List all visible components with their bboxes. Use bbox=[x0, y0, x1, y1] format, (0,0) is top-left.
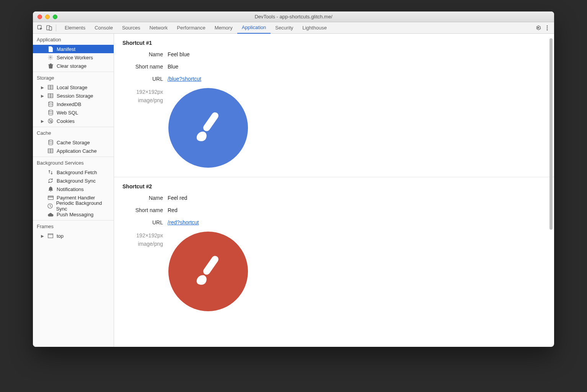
sidebar-item-label: Notifications bbox=[57, 186, 84, 192]
tab-memory[interactable]: Memory bbox=[210, 22, 237, 34]
panel-tabs: Elements Console Sources Network Perform… bbox=[60, 22, 331, 34]
sidebar-item-indexeddb[interactable]: ▶ IndexedDB bbox=[33, 100, 114, 108]
icon-mime: image/png bbox=[122, 241, 163, 247]
tab-elements[interactable]: Elements bbox=[60, 22, 90, 34]
tab-label: Sources bbox=[122, 25, 140, 31]
svg-point-12 bbox=[49, 120, 50, 121]
sync-icon bbox=[47, 178, 54, 184]
zoom-window-button[interactable] bbox=[53, 15, 57, 19]
shortcut-heading: Shortcut #2 bbox=[122, 183, 546, 189]
sidebar-item-notifications[interactable]: ▶ Notifications bbox=[33, 185, 114, 193]
field-label-url: URL bbox=[122, 76, 168, 82]
field-label-short-name: Short name bbox=[122, 64, 168, 70]
field-value-name: Feel blue bbox=[168, 51, 190, 57]
tab-application[interactable]: Application bbox=[237, 22, 271, 34]
svg-point-15 bbox=[51, 122, 52, 122]
sidebar-item-cache-storage[interactable]: ▶ Cache Storage bbox=[33, 138, 114, 147]
sidebar-item-label: IndexedDB bbox=[57, 101, 81, 107]
svg-point-5 bbox=[547, 29, 548, 30]
sidebar-item-top-frame[interactable]: ▶ top bbox=[33, 232, 114, 240]
sidebar-item-manifest[interactable]: ▶ Manifest bbox=[33, 45, 114, 53]
tab-console[interactable]: Console bbox=[90, 22, 117, 34]
sidebar-item-clear-storage[interactable]: ▶ Clear storage bbox=[33, 62, 114, 70]
devtools-tabbar: Elements Console Sources Network Perform… bbox=[33, 22, 554, 34]
close-window-button[interactable] bbox=[38, 15, 42, 19]
divider bbox=[56, 24, 56, 31]
sidebar-item-background-fetch[interactable]: ▶ Background Fetch bbox=[33, 168, 114, 176]
expand-icon[interactable]: ▶ bbox=[41, 119, 44, 123]
table-icon bbox=[47, 84, 54, 90]
field-label-name: Name bbox=[122, 51, 168, 57]
tab-label: Network bbox=[150, 25, 168, 31]
sidebar-item-session-storage[interactable]: ▶ Session Storage bbox=[33, 91, 114, 100]
scrollbar-thumb[interactable] bbox=[549, 38, 553, 230]
document-icon bbox=[47, 46, 54, 52]
settings-icon[interactable] bbox=[533, 23, 543, 33]
sidebar-item-background-sync[interactable]: ▶ Background Sync bbox=[33, 176, 114, 185]
more-options-icon[interactable] bbox=[543, 23, 552, 33]
tab-sources[interactable]: Sources bbox=[117, 22, 145, 34]
traffic-lights bbox=[38, 15, 57, 19]
shortcut-icon-preview bbox=[168, 88, 248, 168]
sidebar-item-label: Payment Handler bbox=[57, 195, 95, 201]
sidebar-item-local-storage[interactable]: ▶ Local Storage bbox=[33, 83, 114, 91]
group-storage: Storage bbox=[33, 72, 114, 83]
group-cache: Cache bbox=[33, 127, 114, 138]
tab-network[interactable]: Network bbox=[145, 22, 173, 34]
sidebar-item-label: Application Cache bbox=[57, 148, 97, 154]
icon-meta: 192×192px image/png bbox=[122, 232, 168, 247]
sidebar-item-label: Session Storage bbox=[57, 93, 93, 99]
sidebar-item-application-cache[interactable]: ▶ Application Cache bbox=[33, 147, 114, 155]
transfer-icon bbox=[47, 169, 54, 175]
sidebar-item-label: Manifest bbox=[57, 46, 75, 52]
tab-label: Elements bbox=[65, 25, 85, 31]
expand-icon[interactable]: ▶ bbox=[41, 234, 44, 238]
sidebar-item-label: Periodic Background Sync bbox=[56, 200, 111, 212]
sidebar-item-label: Cookies bbox=[57, 118, 75, 124]
shortcut-url-link[interactable]: /blue?shortcut bbox=[168, 76, 201, 82]
sidebar-item-label: Background Fetch bbox=[57, 170, 97, 175]
sidebar-item-service-workers[interactable]: ▶ Service Workers bbox=[33, 53, 114, 62]
sidebar-item-cookies[interactable]: ▶ Cookies bbox=[33, 117, 114, 125]
icon-meta: 192×192px image/png bbox=[122, 88, 168, 103]
svg-point-10 bbox=[49, 110, 53, 112]
toggle-device-icon[interactable] bbox=[44, 23, 54, 33]
svg-point-16 bbox=[49, 140, 53, 142]
svg-rect-2 bbox=[49, 27, 52, 30]
brush-icon bbox=[189, 109, 227, 147]
svg-point-13 bbox=[51, 120, 52, 121]
svg-point-14 bbox=[50, 121, 51, 122]
sidebar-item-label: Push Messaging bbox=[57, 212, 93, 217]
shortcut-icon-preview bbox=[168, 232, 248, 311]
tab-performance[interactable]: Performance bbox=[172, 22, 210, 34]
svg-rect-21 bbox=[202, 111, 220, 132]
sidebar-item-label: Local Storage bbox=[57, 85, 87, 90]
window-titlebar: DevTools - app-shortcuts.glitch.me/ bbox=[33, 11, 554, 22]
sidebar-item-label: top bbox=[57, 233, 64, 239]
tab-label: Performance bbox=[177, 25, 205, 31]
sidebar-item-websql[interactable]: ▶ Web SQL bbox=[33, 108, 114, 117]
shortcut-block-2: Shortcut #2 Name Feel red Short name Red… bbox=[114, 177, 554, 320]
expand-icon[interactable]: ▶ bbox=[41, 85, 44, 90]
svg-point-9 bbox=[49, 102, 53, 103]
svg-point-6 bbox=[50, 57, 51, 58]
minimize-window-button[interactable] bbox=[45, 15, 50, 19]
svg-rect-22 bbox=[202, 255, 220, 276]
inspect-element-icon[interactable] bbox=[35, 23, 44, 33]
cookie-icon bbox=[47, 118, 54, 124]
sidebar-item-periodic-background-sync[interactable]: ▶ Periodic Background Sync bbox=[33, 202, 114, 210]
expand-icon[interactable]: ▶ bbox=[41, 94, 44, 98]
field-label-short-name: Short name bbox=[122, 207, 168, 213]
application-sidebar: Application ▶ Manifest ▶ Service Workers… bbox=[33, 34, 114, 347]
tab-lighthouse[interactable]: Lighthouse bbox=[298, 22, 331, 34]
sidebar-item-label: Web SQL bbox=[57, 110, 78, 116]
brush-icon bbox=[189, 252, 227, 291]
devtools-window: DevTools - app-shortcuts.glitch.me/ Elem… bbox=[33, 11, 554, 347]
field-label-url: URL bbox=[122, 219, 168, 225]
database-icon bbox=[47, 139, 54, 145]
database-icon bbox=[47, 109, 54, 116]
group-application: Application bbox=[33, 34, 114, 45]
shortcut-url-link[interactable]: /red?shortcut bbox=[168, 219, 199, 225]
tab-label: Application bbox=[242, 24, 266, 30]
tab-security[interactable]: Security bbox=[271, 22, 298, 34]
